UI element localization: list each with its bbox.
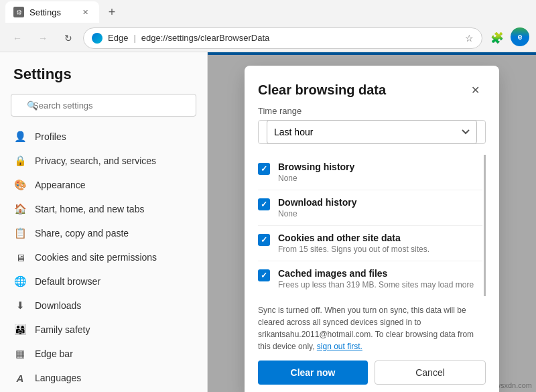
address-bar[interactable]: Edge | edge://settings/clearBrowserData … [83, 27, 482, 49]
checkbox-cached: ✓ Cached images and files Frees up less … [258, 261, 482, 296]
sidebar-item-start-home[interactable]: 🏠 Start, home, and new tabs [0, 197, 207, 221]
check-icon: ✓ [261, 200, 267, 209]
sidebar-item-share-copy[interactable]: 📋 Share, copy and paste [0, 221, 207, 245]
edge-profile-button[interactable]: e [511, 27, 529, 46]
checkbox-browsing-history: ✓ Browsing history None [258, 155, 482, 190]
sidebar-item-label: Downloads [35, 300, 81, 311]
checkbox-list-container: ✓ Browsing history None ✓ [258, 155, 486, 296]
sidebar-item-privacy[interactable]: 🔒 Privacy, search, and services [0, 149, 207, 173]
modal-title: Clear browsing data [258, 82, 386, 98]
sign-out-link[interactable]: sign out first. [317, 342, 362, 351]
modal-footer: Clear now Cancel [258, 361, 486, 385]
sidebar-item-label: Start, home, and new tabs [35, 204, 144, 214]
new-tab-button[interactable]: + [102, 2, 122, 22]
modal-overlay: Clear browsing data ✕ Time range Last ho… [208, 52, 536, 392]
family-safety-icon: 👨‍👩‍👧 [13, 323, 27, 336]
tab-favicon: ⚙ [13, 7, 24, 17]
address-prefix: Edge [108, 33, 128, 43]
sidebar-item-languages[interactable]: A Languages [0, 366, 207, 390]
sidebar-item-cookies[interactable]: 🖥 Cookies and site permissions [0, 245, 207, 269]
back-button[interactable]: ← [7, 27, 28, 49]
browsing-history-checkbox[interactable]: ✓ [258, 163, 270, 175]
time-range-select[interactable]: Last hour Last 24 hours Last 7 days Last… [267, 120, 477, 144]
edge-bar-icon: ▦ [13, 347, 27, 361]
tab-bar: ⚙ Settings ✕ + [5, 1, 122, 23]
sidebar-item-label: Edge bar [35, 348, 73, 359]
time-range-label: Time range [258, 106, 486, 116]
sidebar-item-label: Appearance [35, 180, 86, 190]
search-settings-container: 🔍 [0, 94, 207, 125]
sidebar-title: Settings [0, 66, 207, 94]
sidebar-item-downloads[interactable]: ⬇ Downloads [0, 293, 207, 318]
star-icon[interactable]: ☆ [465, 33, 474, 44]
sidebar-item-label: Default browser [35, 276, 100, 287]
sidebar-item-profiles[interactable]: 👤 Profiles [0, 125, 207, 149]
checkbox-download-history: ✓ Download history None [258, 190, 482, 226]
toolbar-right: 🧩 e [486, 27, 529, 49]
sidebar-item-family-safety[interactable]: 👨‍👩‍👧 Family safety [0, 318, 207, 342]
cached-text: Cached images and files Frees up less th… [278, 268, 482, 289]
sidebar-item-edge-bar[interactable]: ▦ Edge bar [0, 342, 207, 366]
tab-label: Settings [29, 7, 61, 17]
appearance-icon: 🎨 [13, 178, 27, 192]
modal-header: Clear browsing data ✕ [245, 66, 499, 106]
start-home-icon: 🏠 [13, 202, 27, 216]
check-icon: ✓ [261, 235, 267, 245]
refresh-button[interactable]: ↻ [58, 27, 79, 49]
sync-note: Sync is turned off. When you turn on syn… [258, 304, 486, 352]
address-separator: | [133, 33, 135, 43]
clear-now-button[interactable]: Clear now [258, 361, 368, 385]
toolbar: ← → ↻ Edge | edge://settings/clearBrowse… [0, 24, 536, 52]
sidebar-item-label: Cookies and site permissions [35, 252, 157, 263]
cookies-sublabel: From 15 sites. Signs you out of most sit… [278, 245, 482, 254]
cookies-text: Cookies and other site data From 15 site… [278, 233, 482, 254]
cookies-checkbox[interactable]: ✓ [258, 234, 270, 246]
modal-close-button[interactable]: ✕ [464, 79, 486, 101]
cached-sublabel: Frees up less than 319 MB. Some sites ma… [278, 280, 482, 289]
search-wrap: 🔍 [11, 94, 196, 117]
check-icon: ✓ [261, 271, 267, 280]
cached-label: Cached images and files [278, 268, 482, 279]
profiles-icon: 👤 [13, 130, 27, 143]
time-range-select-wrapper[interactable]: Last hour Last 24 hours Last 7 days Last… [258, 120, 486, 144]
cookies-label: Cookies and other site data [278, 233, 482, 243]
browsing-history-text: Browsing history None [278, 161, 482, 183]
sidebar-item-label: Family safety [35, 324, 90, 335]
download-history-text: Download history None [278, 197, 482, 218]
clear-browsing-data-modal: Clear browsing data ✕ Time range Last ho… [245, 66, 499, 392]
main-content: Clear browsing data ✕ Time range Last ho… [208, 52, 536, 392]
extensions-button[interactable]: 🧩 [486, 27, 508, 49]
downloads-icon: ⬇ [13, 299, 27, 312]
sidebar-item-label: Profiles [35, 131, 66, 142]
address-url: edge://settings/clearBrowserData [141, 33, 460, 43]
browser-content: Settings 🔍 👤 Profiles 🔒 Privacy, search,… [0, 52, 536, 392]
titlebar: ⚙ Settings ✕ + [0, 0, 536, 24]
download-history-sublabel: None [278, 209, 482, 218]
browsing-history-label: Browsing history [278, 161, 482, 172]
checkbox-scroll-area: ✓ Browsing history None ✓ [258, 155, 486, 296]
cancel-button[interactable]: Cancel [375, 361, 486, 385]
checkbox-cookies: ✓ Cookies and other site data From 15 si… [258, 226, 482, 261]
privacy-icon: 🔒 [13, 154, 27, 168]
share-copy-icon: 📋 [13, 226, 27, 240]
download-history-checkbox[interactable]: ✓ [258, 198, 270, 210]
active-tab[interactable]: ⚙ Settings ✕ [5, 1, 99, 23]
tab-close-button[interactable]: ✕ [79, 6, 91, 18]
sidebar-item-label: Privacy, search, and services [35, 155, 156, 166]
download-history-label: Download history [278, 197, 482, 208]
sidebar-item-default-browser[interactable]: 🌐 Default browser [0, 269, 207, 293]
languages-icon: A [13, 371, 27, 385]
sidebar-item-appearance[interactable]: 🎨 Appearance [0, 173, 207, 197]
cookies-icon: 🖥 [13, 251, 27, 264]
sidebar-item-label: Share, copy and paste [35, 228, 129, 239]
browsing-history-sublabel: None [278, 174, 482, 183]
edge-address-icon [92, 33, 103, 44]
sidebar-item-label: Languages [35, 373, 81, 383]
sidebar: Settings 🔍 👤 Profiles 🔒 Privacy, search,… [0, 52, 208, 392]
modal-body: Time range Last hour Last 24 hours Last … [245, 106, 499, 392]
search-settings-input[interactable] [11, 94, 196, 117]
check-icon: ✓ [261, 164, 267, 174]
cached-checkbox[interactable]: ✓ [258, 269, 270, 281]
forward-button[interactable]: → [32, 27, 54, 49]
sync-note-text: Sync is turned off. When you turn on syn… [258, 306, 474, 351]
